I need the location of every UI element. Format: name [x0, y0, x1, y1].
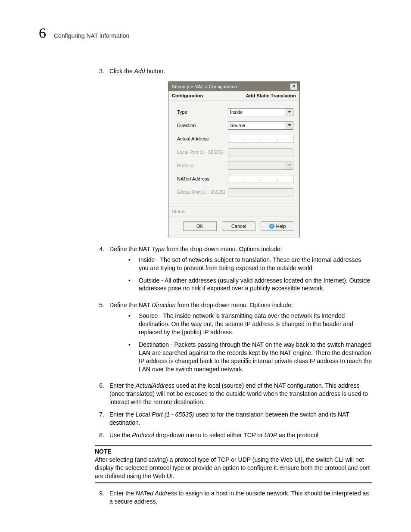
type-label: Type	[177, 109, 228, 115]
actual-address-input[interactable]: . . .	[228, 135, 293, 143]
step-6: 6. Enter the ActualAddress used at the l…	[95, 382, 372, 406]
page-header: 6 Configuring NAT information	[39, 25, 372, 41]
step-number: 8.	[95, 431, 104, 439]
svg-marker-2	[288, 164, 291, 166]
local-port-input[interactable]	[228, 148, 293, 156]
protocol-label: Protocol	[177, 163, 228, 168]
step-9: 9. Enter the NATed Address to assign to …	[95, 489, 372, 506]
close-icon[interactable]: ×	[290, 83, 298, 90]
note-title: NOTE	[95, 448, 372, 455]
chevron-down-icon	[286, 109, 293, 116]
ok-button[interactable]: OK	[183, 221, 217, 231]
step-4: 4. Define the NAT Type from the drop-dow…	[95, 245, 372, 297]
step-number: 7.	[95, 411, 104, 427]
chevron-down-icon	[286, 162, 293, 169]
dialog-subheader: Configuration Add Static Translation	[168, 91, 299, 100]
dialog-titlebar: Security > NAT > Configuration ×	[168, 82, 299, 91]
local-port-label: Local Port (1 - 65535)	[177, 149, 228, 155]
step-number: 5.	[95, 301, 104, 377]
step-8: 8. Use the Protocol drop-down menu to se…	[95, 431, 372, 439]
step-7: 7. Enter the Local Port (1 - 65535) used…	[95, 411, 372, 427]
global-port-label: Global Port (1 - 65535)	[177, 190, 228, 195]
actual-address-label: Actual Address	[177, 136, 228, 141]
step-number: 4.	[95, 245, 104, 297]
add-static-translation-dialog: Security > NAT > Configuration × Configu…	[168, 81, 300, 237]
list-item: Outside - All other addresses (usually v…	[128, 277, 372, 293]
svg-marker-1	[288, 124, 291, 126]
nated-address-label: NATed Address	[177, 176, 228, 181]
divider	[95, 445, 372, 446]
chapter-number: 6	[39, 25, 46, 41]
note-body: After selecting (and saving) a protocol …	[95, 456, 372, 480]
divider	[95, 482, 372, 483]
dialog-subheader-left: Configuration	[172, 93, 203, 98]
list-item: Source - The inside network is transmitt…	[128, 312, 372, 336]
direction-select[interactable]: Source	[228, 121, 293, 130]
type-select[interactable]: Inside	[228, 108, 293, 116]
chevron-down-icon	[286, 122, 293, 129]
breadcrumb: Security > NAT > Configuration	[172, 84, 237, 89]
step-number: 9.	[95, 489, 104, 506]
step-number: 3.	[95, 67, 104, 75]
step-3: 3. Click the Add button.	[95, 67, 372, 75]
cancel-button[interactable]: Cancel	[222, 221, 255, 231]
help-icon: ?	[269, 224, 274, 229]
status-bar: Status:	[168, 206, 299, 217]
nated-address-input[interactable]: . . .	[228, 175, 293, 183]
protocol-select[interactable]	[228, 162, 293, 170]
global-port-input[interactable]	[228, 188, 293, 196]
list-item: Inside - The set of networks subject to …	[128, 256, 372, 272]
svg-marker-0	[288, 111, 291, 113]
note-block: NOTE After selecting (and saving) a prot…	[95, 445, 372, 484]
help-button[interactable]: ? Help	[261, 221, 294, 231]
step-number: 6.	[95, 382, 104, 406]
step-5: 5. Define the NAT Direction from the dro…	[95, 301, 372, 377]
dialog-subheader-right: Add Static Translation	[246, 93, 296, 98]
chapter-title: Configuring NAT information	[54, 32, 129, 39]
direction-label: Direction	[177, 123, 228, 128]
list-item: Destination - Packets passing through th…	[128, 341, 372, 373]
